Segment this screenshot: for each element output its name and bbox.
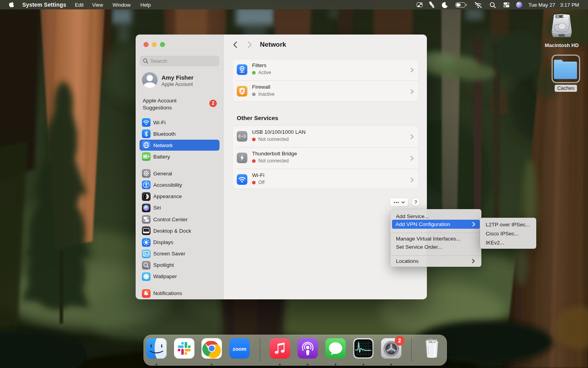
svg-text:zoom: zoom: [232, 346, 246, 352]
